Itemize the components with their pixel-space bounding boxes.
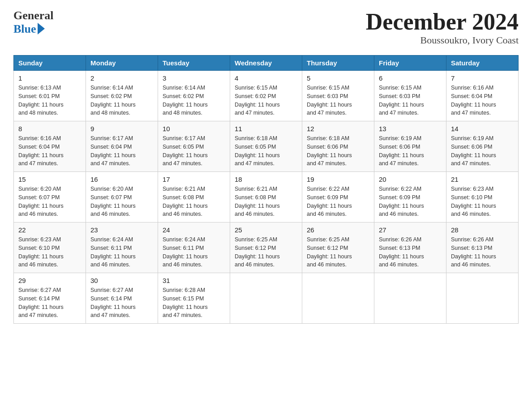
day-cell: 30 Sunrise: 6:27 AMSunset: 6:14 PMDaylig… xyxy=(86,273,158,324)
day-info: Sunrise: 6:17 AMSunset: 6:05 PMDaylight:… xyxy=(163,134,225,168)
day-number: 30 xyxy=(90,277,153,284)
day-cell: 20 Sunrise: 6:22 AMSunset: 6:09 PMDaylig… xyxy=(374,172,446,223)
day-info: Sunrise: 6:14 AMSunset: 6:02 PMDaylight:… xyxy=(163,84,225,117)
week-row-1: 1 Sunrise: 6:13 AMSunset: 6:01 PMDayligh… xyxy=(14,71,519,121)
day-number: 21 xyxy=(451,176,514,183)
day-info: Sunrise: 6:20 AMSunset: 6:07 PMDaylight:… xyxy=(90,185,153,218)
week-row-3: 15 Sunrise: 6:20 AMSunset: 6:07 PMDaylig… xyxy=(14,172,519,223)
day-cell xyxy=(230,273,302,324)
day-cell: 14 Sunrise: 6:19 AMSunset: 6:06 PMDaylig… xyxy=(446,121,519,172)
day-cell: 19 Sunrise: 6:22 AMSunset: 6:09 PMDaylig… xyxy=(302,172,374,223)
day-info: Sunrise: 6:22 AMSunset: 6:09 PMDaylight:… xyxy=(379,185,442,218)
day-info: Sunrise: 6:19 AMSunset: 6:06 PMDaylight:… xyxy=(379,134,442,168)
day-number: 18 xyxy=(235,176,297,183)
location-subtitle: Boussoukro, Ivory Coast xyxy=(366,34,519,46)
day-info: Sunrise: 6:26 AMSunset: 6:13 PMDaylight:… xyxy=(379,235,442,269)
day-cell: 3 Sunrise: 6:14 AMSunset: 6:02 PMDayligh… xyxy=(158,71,230,121)
day-number: 2 xyxy=(90,74,153,82)
day-info: Sunrise: 6:17 AMSunset: 6:04 PMDaylight:… xyxy=(90,134,153,168)
day-cell: 11 Sunrise: 6:18 AMSunset: 6:05 PMDaylig… xyxy=(230,121,302,172)
day-info: Sunrise: 6:23 AMSunset: 6:10 PMDaylight:… xyxy=(451,185,514,218)
day-info: Sunrise: 6:25 AMSunset: 6:12 PMDaylight:… xyxy=(235,235,297,269)
day-info: Sunrise: 6:25 AMSunset: 6:12 PMDaylight:… xyxy=(307,235,369,269)
day-cell: 29 Sunrise: 6:27 AMSunset: 6:14 PMDaylig… xyxy=(14,273,86,324)
day-number: 26 xyxy=(307,226,369,234)
calendar-header-row: SundayMondayTuesdayWednesdayThursdayFrid… xyxy=(14,56,519,71)
day-number: 20 xyxy=(379,176,442,183)
day-info: Sunrise: 6:26 AMSunset: 6:13 PMDaylight:… xyxy=(451,235,514,269)
day-info: Sunrise: 6:15 AMSunset: 6:03 PMDaylight:… xyxy=(307,84,369,117)
day-number: 16 xyxy=(90,176,153,183)
day-info: Sunrise: 6:16 AMSunset: 6:04 PMDaylight:… xyxy=(18,134,81,168)
day-number: 22 xyxy=(18,226,81,234)
day-info: Sunrise: 6:19 AMSunset: 6:06 PMDaylight:… xyxy=(451,134,514,168)
col-header-monday: Monday xyxy=(86,56,158,71)
day-cell: 22 Sunrise: 6:23 AMSunset: 6:10 PMDaylig… xyxy=(14,223,86,273)
day-number: 5 xyxy=(307,74,369,82)
logo-word: General Blue xyxy=(13,9,54,36)
week-row-4: 22 Sunrise: 6:23 AMSunset: 6:10 PMDaylig… xyxy=(14,223,519,273)
col-header-saturday: Saturday xyxy=(446,56,519,71)
calendar-table: SundayMondayTuesdayWednesdayThursdayFrid… xyxy=(13,55,519,324)
day-info: Sunrise: 6:18 AMSunset: 6:06 PMDaylight:… xyxy=(307,134,369,168)
day-cell: 7 Sunrise: 6:16 AMSunset: 6:04 PMDayligh… xyxy=(446,71,519,121)
day-cell: 17 Sunrise: 6:21 AMSunset: 6:08 PMDaylig… xyxy=(158,172,230,223)
day-cell: 6 Sunrise: 6:15 AMSunset: 6:03 PMDayligh… xyxy=(374,71,446,121)
day-cell: 23 Sunrise: 6:24 AMSunset: 6:11 PMDaylig… xyxy=(86,223,158,273)
day-cell: 15 Sunrise: 6:20 AMSunset: 6:07 PMDaylig… xyxy=(14,172,86,223)
day-info: Sunrise: 6:15 AMSunset: 6:03 PMDaylight:… xyxy=(379,84,442,117)
col-header-friday: Friday xyxy=(374,56,446,71)
day-number: 9 xyxy=(90,125,153,133)
title-area: December 2024 Boussoukro, Ivory Coast xyxy=(366,9,519,46)
day-cell: 27 Sunrise: 6:26 AMSunset: 6:13 PMDaylig… xyxy=(374,223,446,273)
day-cell: 13 Sunrise: 6:19 AMSunset: 6:06 PMDaylig… xyxy=(374,121,446,172)
day-cell xyxy=(374,273,446,324)
day-cell xyxy=(446,273,519,324)
day-cell: 28 Sunrise: 6:26 AMSunset: 6:13 PMDaylig… xyxy=(446,223,519,273)
day-info: Sunrise: 6:27 AMSunset: 6:14 PMDaylight:… xyxy=(18,286,81,320)
day-number: 8 xyxy=(18,125,81,133)
day-info: Sunrise: 6:21 AMSunset: 6:08 PMDaylight:… xyxy=(163,185,225,218)
logo: General Blue xyxy=(13,9,54,36)
day-number: 25 xyxy=(235,226,297,234)
day-number: 6 xyxy=(379,74,442,82)
day-info: Sunrise: 6:21 AMSunset: 6:08 PMDaylight:… xyxy=(235,185,297,218)
day-info: Sunrise: 6:20 AMSunset: 6:07 PMDaylight:… xyxy=(18,185,81,218)
month-title: December 2024 xyxy=(366,9,519,34)
day-cell: 10 Sunrise: 6:17 AMSunset: 6:05 PMDaylig… xyxy=(158,121,230,172)
col-header-thursday: Thursday xyxy=(302,56,374,71)
day-number: 12 xyxy=(307,125,369,133)
col-header-tuesday: Tuesday xyxy=(158,56,230,71)
day-info: Sunrise: 6:14 AMSunset: 6:02 PMDaylight:… xyxy=(90,84,153,117)
day-cell: 2 Sunrise: 6:14 AMSunset: 6:02 PMDayligh… xyxy=(86,71,158,121)
day-number: 3 xyxy=(163,74,225,82)
day-number: 1 xyxy=(18,74,81,82)
week-row-5: 29 Sunrise: 6:27 AMSunset: 6:14 PMDaylig… xyxy=(14,273,519,324)
day-number: 23 xyxy=(90,226,153,234)
day-cell: 16 Sunrise: 6:20 AMSunset: 6:07 PMDaylig… xyxy=(86,172,158,223)
day-number: 10 xyxy=(163,125,225,133)
day-info: Sunrise: 6:16 AMSunset: 6:04 PMDaylight:… xyxy=(451,84,514,117)
day-cell xyxy=(302,273,374,324)
day-info: Sunrise: 6:24 AMSunset: 6:11 PMDaylight:… xyxy=(90,235,153,269)
col-header-sunday: Sunday xyxy=(14,56,86,71)
day-info: Sunrise: 6:24 AMSunset: 6:11 PMDaylight:… xyxy=(163,235,225,269)
day-cell: 5 Sunrise: 6:15 AMSunset: 6:03 PMDayligh… xyxy=(302,71,374,121)
day-cell: 31 Sunrise: 6:28 AMSunset: 6:15 PMDaylig… xyxy=(158,273,230,324)
day-number: 19 xyxy=(307,176,369,183)
day-cell: 24 Sunrise: 6:24 AMSunset: 6:11 PMDaylig… xyxy=(158,223,230,273)
day-info: Sunrise: 6:15 AMSunset: 6:02 PMDaylight:… xyxy=(235,84,297,117)
day-cell: 8 Sunrise: 6:16 AMSunset: 6:04 PMDayligh… xyxy=(14,121,86,172)
logo-blue-text: Blue xyxy=(13,22,36,36)
day-number: 24 xyxy=(163,226,225,234)
day-info: Sunrise: 6:23 AMSunset: 6:10 PMDaylight:… xyxy=(18,235,81,269)
day-number: 29 xyxy=(18,277,81,284)
day-cell: 21 Sunrise: 6:23 AMSunset: 6:10 PMDaylig… xyxy=(446,172,519,223)
logo-arrow-icon xyxy=(38,23,45,34)
day-number: 13 xyxy=(379,125,442,133)
day-cell: 4 Sunrise: 6:15 AMSunset: 6:02 PMDayligh… xyxy=(230,71,302,121)
day-cell: 1 Sunrise: 6:13 AMSunset: 6:01 PMDayligh… xyxy=(14,71,86,121)
day-cell: 12 Sunrise: 6:18 AMSunset: 6:06 PMDaylig… xyxy=(302,121,374,172)
logo-general-text: General xyxy=(13,9,54,22)
day-info: Sunrise: 6:18 AMSunset: 6:05 PMDaylight:… xyxy=(235,134,297,168)
